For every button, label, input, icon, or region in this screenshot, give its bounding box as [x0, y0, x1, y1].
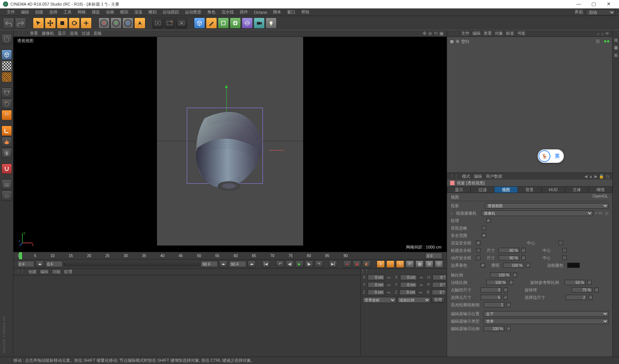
normalscale-input[interactable] — [486, 280, 507, 285]
coord-scale-select[interactable]: 缩放比例 — [398, 297, 431, 303]
frame-end-a-input[interactable] — [201, 261, 218, 267]
vtab-attrs[interactable]: 属性 — [613, 34, 619, 37]
tab-view[interactable]: 视图 — [494, 186, 518, 193]
stepper-icon[interactable]: ◂▸ — [248, 260, 256, 268]
titlesafe-center-checkbox[interactable] — [562, 248, 567, 253]
am-menu-edit[interactable]: 编辑 — [474, 174, 482, 179]
nav-pan-icon[interactable]: ✥ — [422, 31, 427, 36]
key-selection[interactable]: ⊞ — [425, 260, 433, 268]
texture-mode[interactable] — [1, 61, 12, 71]
undo-button[interactable] — [3, 18, 14, 29]
rotate-tool[interactable] — [69, 18, 80, 29]
pos-x-input[interactable] — [368, 275, 384, 280]
view-menu-panel[interactable]: 面板 — [94, 31, 102, 36]
visibility-render-dot[interactable] — [607, 40, 609, 42]
menu-plugin[interactable]: 插件 — [237, 9, 251, 16]
next-key-button[interactable]: ↷ — [315, 260, 323, 268]
point-mode[interactable] — [1, 88, 12, 98]
stepper-icon[interactable]: ▴▾ — [504, 287, 508, 292]
generator[interactable] — [218, 18, 229, 29]
actionsafe-checkbox[interactable] — [476, 256, 481, 260]
frame-start-input[interactable] — [17, 261, 34, 267]
frame-end-b-input[interactable] — [229, 261, 246, 267]
center-checkbox[interactable] — [559, 241, 563, 245]
viewport-solo[interactable]: S — [1, 148, 12, 158]
rot-p-input[interactable] — [432, 282, 446, 288]
om-menu-edit[interactable]: 编辑 — [472, 31, 481, 36]
mat-menu-func[interactable]: 功能 — [52, 269, 60, 275]
selpt-input[interactable] — [481, 295, 502, 300]
edge-mode[interactable] — [1, 99, 12, 109]
am-menu-userdata[interactable]: 用户数据 — [486, 174, 502, 179]
pttouch-input[interactable] — [481, 287, 502, 292]
timeline-cursor[interactable] — [19, 252, 22, 259]
view-menu-view[interactable]: 查看 — [30, 31, 38, 36]
titlesafe-checkbox[interactable] — [476, 248, 481, 253]
x-axis-lock[interactable]: X — [98, 18, 110, 29]
safezone-checkbox[interactable]: ✓ — [482, 233, 486, 238]
stepper-icon[interactable]: ▴▾ — [522, 255, 525, 260]
model-mode[interactable] — [1, 50, 12, 60]
size-x-input[interactable] — [400, 275, 417, 280]
linkcam-select[interactable]: 摄像机 — [481, 211, 593, 216]
search-icon[interactable]: ⌕ — [597, 31, 600, 36]
tab-display[interactable]: 显示 — [447, 186, 471, 193]
object-tree[interactable]: ⊞ 空白 🦌 英 — [447, 37, 612, 172]
coord-space-select[interactable]: 世界坐标 — [363, 297, 396, 303]
live-select-tool[interactable] — [33, 18, 44, 29]
ignorebg-checkbox[interactable] — [482, 226, 486, 230]
scale-tool[interactable] — [57, 18, 68, 29]
stepper-icon[interactable]: ◂▸ — [219, 260, 227, 268]
layout-select[interactable]: 启动 — [585, 9, 615, 15]
polygon-mode[interactable] — [1, 110, 12, 120]
tab-filter[interactable]: 过滤 — [471, 186, 494, 193]
menu-select[interactable]: 选择 — [46, 9, 60, 16]
nav-up-icon[interactable]: ▲ — [589, 174, 593, 179]
vtab-layers[interactable]: 内容浏览器 — [613, 41, 619, 44]
key-rotate[interactable]: ⟲ — [396, 260, 404, 268]
tab-hud[interactable]: HUD — [541, 186, 565, 193]
border-checkbox[interactable]: ✓ — [481, 263, 485, 268]
planar-workplane[interactable] — [1, 190, 12, 201]
new-window-icon[interactable]: ◳ — [606, 174, 609, 179]
om-menu-view[interactable]: 查看 — [484, 31, 492, 36]
environment[interactable] — [242, 18, 253, 29]
menu-char[interactable]: 角色 — [204, 9, 219, 16]
deformer[interactable] — [230, 18, 241, 29]
move-tool[interactable] — [45, 18, 56, 29]
om-menu-bookmarks[interactable]: 书签 — [517, 31, 525, 36]
view-menu-filter[interactable]: 过滤 — [82, 31, 90, 36]
render-settings[interactable] — [176, 18, 187, 29]
menu-help[interactable]: 帮助 — [298, 9, 312, 16]
camera[interactable] — [254, 18, 265, 29]
home-icon[interactable]: ⌂ — [601, 31, 604, 36]
am-menu-mode[interactable]: 模式 — [462, 174, 470, 179]
timeline-ruler[interactable]: 0 5 10 15 20 25 30 35 40 45 50 55 60 65 … — [13, 252, 447, 259]
spline-pen[interactable] — [206, 18, 217, 29]
viewport[interactable]: 透视视图 — [13, 37, 447, 252]
nav-zoom-icon[interactable]: ⊕ — [428, 31, 432, 36]
stepper-icon[interactable]: ▴▾ — [507, 302, 510, 307]
keyframe-options[interactable]: ◐ — [362, 260, 371, 268]
stepper-icon[interactable]: ▴▾ — [526, 263, 530, 268]
stepper-icon[interactable]: ◂▸ — [36, 260, 44, 268]
goto-end-button[interactable]: ▶| — [329, 260, 337, 268]
hledge-input[interactable] — [484, 302, 505, 307]
nav-maximize-icon[interactable]: ▣ — [439, 31, 444, 36]
stepper-icon[interactable]: ▴▾ — [522, 248, 525, 253]
axisscale-input[interactable] — [490, 272, 511, 278]
next-frame-button[interactable]: |▶ — [305, 260, 313, 268]
menu-anim[interactable]: 动画 — [103, 9, 117, 16]
pos-y-input[interactable] — [368, 282, 384, 288]
stepper-icon[interactable]: ▴▾ — [507, 326, 510, 331]
prev-frame-button[interactable]: ◀| — [286, 260, 294, 268]
axispos-select[interactable]: 左下 — [484, 311, 609, 317]
recent-tool[interactable] — [81, 18, 92, 29]
menu-script[interactable]: 脚本 — [270, 9, 284, 16]
expand-icon[interactable]: ⊞ — [450, 39, 454, 44]
menu-pipe[interactable]: 流水线 — [219, 9, 237, 16]
axisscale2-input[interactable] — [484, 326, 505, 331]
stepper-icon[interactable]: ▴▾ — [509, 280, 513, 285]
menu-tool[interactable]: 工具 — [60, 9, 75, 16]
timeline-end-display[interactable] — [425, 253, 442, 259]
